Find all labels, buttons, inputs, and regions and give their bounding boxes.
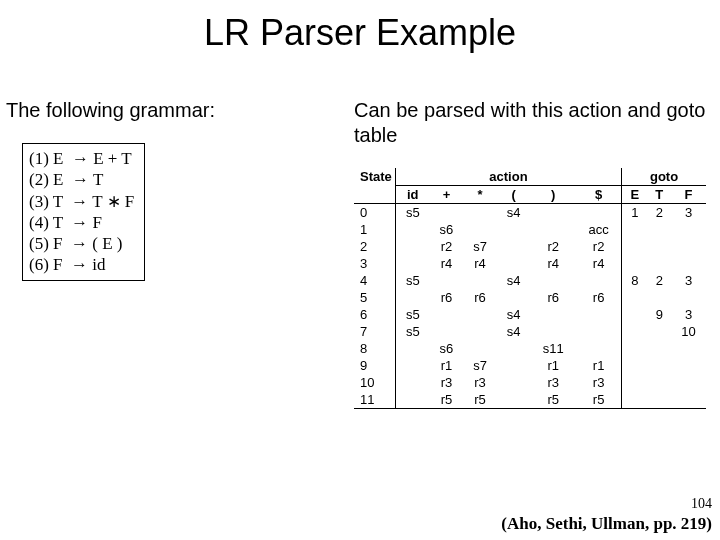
action-cell: s6 [430,340,464,357]
state-cell: 1 [354,221,395,238]
goto-cell [647,289,671,306]
action-cell: r4 [463,255,497,272]
goto-cell: 9 [647,306,671,323]
action-cell: r4 [576,255,621,272]
state-cell: 7 [354,323,395,340]
action-cell [497,238,531,255]
goto-col-header: T [647,186,671,204]
action-cell [395,357,429,374]
action-cell: s4 [497,204,531,222]
action-cell [463,204,497,222]
action-cell [497,289,531,306]
goto-cell [647,221,671,238]
goto-cell: 3 [671,306,706,323]
goto-cell [647,391,671,409]
action-cell: acc [576,221,621,238]
action-col-header: + [430,186,464,204]
state-cell: 0 [354,204,395,222]
state-header: State [354,168,395,204]
action-cell [395,255,429,272]
action-cell [395,289,429,306]
content-columns: The following grammar: (1) E → E + T(2) … [0,98,720,409]
table-row: 9r1s7r1r1 [354,357,706,374]
action-cell: r5 [430,391,464,409]
action-cell [530,221,576,238]
goto-cell [671,289,706,306]
right-heading: Can be parsed with this action and goto … [354,98,712,148]
goto-cell: 2 [647,204,671,222]
goto-cell [622,391,648,409]
action-cell: r4 [430,255,464,272]
table-row: 10r3r3r3r3 [354,374,706,391]
action-cell [576,204,621,222]
goto-cell [647,238,671,255]
action-col-header: $ [576,186,621,204]
action-cell: r1 [530,357,576,374]
action-cell: r1 [576,357,621,374]
action-cell: r6 [463,289,497,306]
action-cell: r6 [430,289,464,306]
action-cell [395,374,429,391]
grammar-rule: (2) E → T [29,169,134,190]
action-cell [530,272,576,289]
right-column: Can be parsed with this action and goto … [354,98,712,409]
action-cell: r4 [530,255,576,272]
goto-cell: 1 [622,204,648,222]
left-column: The following grammar: (1) E → E + T(2) … [6,98,316,281]
action-cell [497,391,531,409]
goto-col-header: E [622,186,648,204]
action-cell [463,221,497,238]
goto-cell [671,255,706,272]
goto-col-header: F [671,186,706,204]
action-cell [395,238,429,255]
action-cell [395,391,429,409]
table-row: 0s5s4123 [354,204,706,222]
table-row: 6s5s493 [354,306,706,323]
goto-cell [671,391,706,409]
action-cell: r5 [530,391,576,409]
goto-cell: 10 [671,323,706,340]
grammar-rule: (3) T → T ∗ F [29,191,134,212]
action-cell: s5 [395,306,429,323]
goto-cell [622,221,648,238]
action-cell: s6 [430,221,464,238]
table-row: 5r6r6r6r6 [354,289,706,306]
goto-cell [622,289,648,306]
action-cell [576,323,621,340]
action-cell: r3 [430,374,464,391]
action-cell [430,323,464,340]
goto-cell [671,374,706,391]
action-cell: s5 [395,323,429,340]
action-cell [463,340,497,357]
goto-cell [622,323,648,340]
action-cell: r5 [576,391,621,409]
goto-cell [671,238,706,255]
action-cell [576,272,621,289]
action-cell: s7 [463,357,497,374]
action-cell [497,221,531,238]
goto-cell [622,306,648,323]
action-header: action [395,168,621,186]
action-cell [530,323,576,340]
goto-cell [671,357,706,374]
action-cell: r2 [576,238,621,255]
table-row: 2r2s7r2r2 [354,238,706,255]
action-cell: s4 [497,306,531,323]
left-heading: The following grammar: [6,98,316,123]
goto-cell [647,323,671,340]
state-cell: 8 [354,340,395,357]
grammar-rule: (6) F → id [29,254,134,275]
action-cell: s4 [497,323,531,340]
table-row: 11r5r5r5r5 [354,391,706,409]
goto-cell [647,340,671,357]
action-cell [395,221,429,238]
action-cell: s4 [497,272,531,289]
action-cell [430,306,464,323]
state-cell: 4 [354,272,395,289]
page-number: 104 [501,496,712,512]
citation: (Aho, Sethi, Ullman, pp. 219) [501,514,712,534]
state-cell: 5 [354,289,395,306]
action-cell [395,340,429,357]
goto-cell: 2 [647,272,671,289]
action-col-header: * [463,186,497,204]
